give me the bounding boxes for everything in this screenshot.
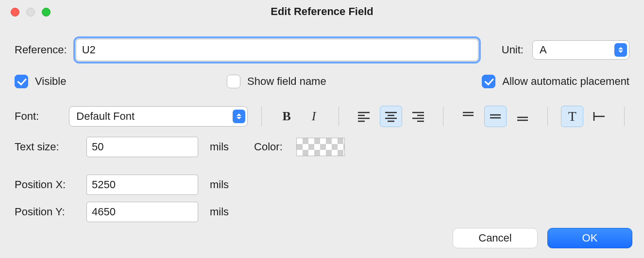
position-y-input[interactable]	[86, 202, 198, 222]
font-value: Default Font	[76, 110, 135, 123]
position-x-label: Position X:	[15, 178, 78, 191]
valign-bottom-icon	[516, 111, 529, 122]
cancel-label: Cancel	[478, 232, 511, 244]
font-label: Font:	[15, 110, 60, 123]
show-field-name-label: Show field name	[247, 75, 326, 88]
text-size-input[interactable]	[86, 137, 198, 157]
valign-top-icon	[461, 111, 475, 122]
position-x-input[interactable]	[86, 175, 198, 195]
font-select[interactable]: Default Font	[69, 106, 248, 127]
title-bar: Edit Reference Field	[0, 0, 644, 23]
orientation-horizontal-icon: T	[568, 109, 576, 124]
align-right-button[interactable]	[407, 106, 429, 127]
italic-icon: I	[312, 109, 316, 124]
show-field-name-checkbox[interactable]	[227, 75, 240, 88]
ok-label: OK	[582, 232, 598, 244]
orientation-vertical-button[interactable]	[588, 106, 610, 127]
ok-button[interactable]: OK	[547, 228, 632, 248]
position-y-label: Position Y:	[15, 206, 78, 218]
text-size-unit: mils	[210, 141, 229, 153]
align-left-button[interactable]	[353, 106, 375, 127]
valign-bottom-button[interactable]	[511, 106, 534, 127]
zoom-window-button[interactable]	[42, 8, 51, 16]
unit-select[interactable]: A	[532, 40, 629, 60]
visible-label: Visible	[35, 75, 66, 88]
valign-middle-icon	[489, 111, 502, 122]
orientation-horizontal-button[interactable]: T	[561, 106, 583, 127]
unit-label: Unit:	[502, 44, 524, 56]
divider	[339, 107, 339, 126]
text-size-label: Text size:	[15, 141, 78, 153]
position-x-unit: mils	[210, 178, 229, 191]
bold-button[interactable]: B	[275, 106, 298, 127]
window-controls	[11, 8, 51, 16]
reference-label: Reference:	[15, 44, 67, 56]
orientation-vertical-icon	[592, 110, 607, 123]
align-center-button[interactable]	[380, 106, 402, 127]
bold-icon: B	[282, 109, 290, 124]
allow-auto-placement-label: Allow automatic placement	[502, 75, 629, 88]
valign-middle-button[interactable]	[484, 106, 507, 127]
divider	[624, 107, 625, 126]
italic-button[interactable]: I	[303, 106, 325, 127]
align-right-icon	[411, 111, 425, 122]
close-window-button[interactable]	[11, 8, 19, 16]
align-center-icon	[384, 111, 398, 122]
minimize-window-button	[26, 8, 35, 16]
visible-checkbox[interactable]	[15, 75, 28, 88]
reference-input[interactable]	[76, 39, 478, 61]
divider	[547, 107, 548, 126]
font-stepper-icon	[233, 110, 245, 123]
color-swatch[interactable]	[296, 138, 345, 156]
allow-auto-placement-checkbox[interactable]	[482, 75, 495, 88]
unit-value: A	[540, 44, 547, 56]
align-left-icon	[357, 111, 371, 122]
valign-top-button[interactable]	[457, 106, 479, 127]
divider	[261, 107, 262, 126]
divider	[443, 107, 443, 126]
position-y-unit: mils	[210, 206, 229, 218]
window-title: Edit Reference Field	[271, 5, 373, 18]
unit-stepper-icon	[614, 43, 627, 57]
cancel-button[interactable]: Cancel	[453, 228, 538, 248]
color-label: Color:	[254, 141, 283, 153]
